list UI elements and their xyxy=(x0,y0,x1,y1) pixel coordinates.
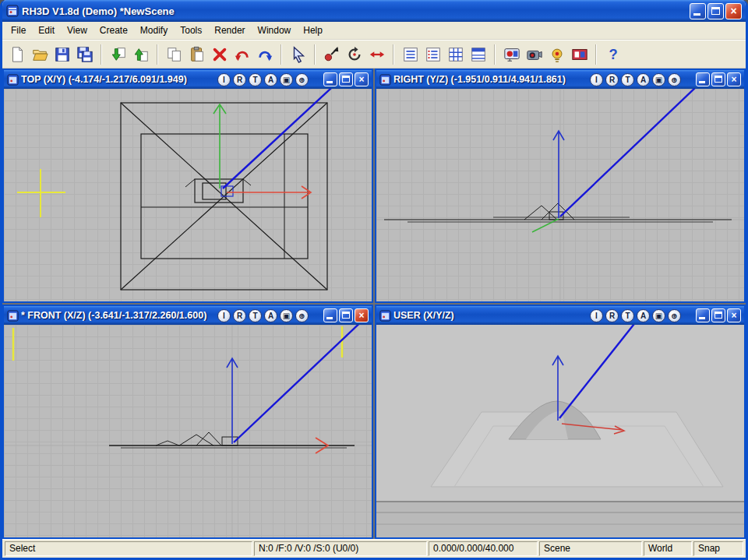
viewport-textured-button[interactable]: T xyxy=(249,309,262,322)
viewport-icon xyxy=(7,74,19,86)
viewport-titlebar-user[interactable]: USER (X/Y/Z) IRTA▣⊕ × xyxy=(376,306,744,325)
viewport-canvas-front[interactable] xyxy=(4,325,372,537)
viewport-window-user: USER (X/Y/Z) IRTA▣⊕ × xyxy=(375,305,746,539)
viewport-center-view-button[interactable]: ⊕ xyxy=(295,309,309,322)
viewport-redraw-button[interactable]: R xyxy=(233,73,246,86)
viewport-textured-button[interactable]: T xyxy=(621,73,634,86)
viewport-titlebar-front[interactable]: * FRONT (X/Z) (-3.641/-1.317/2.260/1.600… xyxy=(4,306,372,325)
toolbar-select-button[interactable] xyxy=(287,44,309,66)
minimize-button[interactable] xyxy=(690,3,706,19)
viewport-solid-view-button[interactable]: ▣ xyxy=(652,73,665,86)
toolbar-separator xyxy=(157,44,158,65)
viewport-center-view-button[interactable]: ⊕ xyxy=(295,73,309,86)
new-icon xyxy=(9,46,26,63)
menu-view[interactable]: View xyxy=(61,23,94,38)
render-settings-icon xyxy=(549,46,566,63)
viewport-textured-button[interactable]: T xyxy=(249,73,262,86)
menu-render[interactable]: Render xyxy=(208,23,251,38)
toolbar-export-button[interactable] xyxy=(129,44,152,66)
viewport-animate-button[interactable]: A xyxy=(264,309,277,322)
status-snap: Snap xyxy=(693,541,743,556)
viewport-solid-view-button[interactable]: ▣ xyxy=(652,309,665,322)
viewport-close-button[interactable]: × xyxy=(355,72,369,86)
viewport-maximize-button[interactable] xyxy=(711,308,725,322)
toolbar-delete-button[interactable] xyxy=(208,44,231,66)
viewport-solid-view-button[interactable]: ▣ xyxy=(280,73,293,86)
viewport-title-top: TOP (X/Y) (-4.174/-1.217/6.091/1.949) xyxy=(21,74,215,85)
toolbar-save-scene-button[interactable] xyxy=(51,44,73,66)
viewport-close-button[interactable]: × xyxy=(727,308,741,322)
toolbar-new-scene-button[interactable] xyxy=(5,44,28,66)
viewport-redraw-button[interactable]: R xyxy=(605,73,619,86)
status-scene: Scene xyxy=(539,541,642,556)
viewport-animate-button[interactable]: A xyxy=(264,73,277,86)
menu-help[interactable]: Help xyxy=(297,23,329,38)
menubar: FileEditViewCreateModifyToolsRenderWindo… xyxy=(2,22,746,40)
toolbar-move-button[interactable] xyxy=(320,44,343,66)
toolbar-rotate-button[interactable] xyxy=(343,44,365,66)
render-scene-icon xyxy=(503,46,520,63)
toolbar-paste-button[interactable] xyxy=(185,44,208,66)
menu-create[interactable]: Create xyxy=(94,23,134,38)
toolbar-mirror-button[interactable] xyxy=(365,44,388,66)
viewport-solid-view-button[interactable]: ▣ xyxy=(280,309,293,322)
viewport-close-button[interactable]: × xyxy=(727,72,741,86)
viewport-interactive-button[interactable]: I xyxy=(590,73,603,86)
toolbar-open-scene-button[interactable] xyxy=(28,44,51,66)
viewport-maximize-button[interactable] xyxy=(339,308,353,322)
toolbar-vertex-list-button[interactable] xyxy=(422,44,444,66)
viewport-canvas-right[interactable] xyxy=(376,89,744,301)
svg-text:?: ? xyxy=(609,46,617,62)
toolbar-redo-button[interactable] xyxy=(253,44,276,66)
viewport-minimize-button[interactable] xyxy=(323,308,337,322)
viewport-minimize-button[interactable] xyxy=(696,308,710,322)
toolbar-render-animation-button[interactable] xyxy=(568,44,591,66)
toolbar-import-button[interactable] xyxy=(107,44,129,66)
toolbar-face-list-button[interactable] xyxy=(444,44,467,66)
maximize-button[interactable] xyxy=(707,3,724,19)
viewport-redraw-button[interactable]: R xyxy=(233,309,246,322)
toolbar-render-view-button[interactable] xyxy=(523,44,545,66)
viewport-titlebar-right[interactable]: RIGHT (Y/Z) (-1.951/0.911/4.941/1.861) I… xyxy=(376,70,744,89)
menu-edit[interactable]: Edit xyxy=(32,23,61,38)
window-title: RH3D V1.8d (Demo) *NewScene xyxy=(22,5,686,17)
toolbar-render-settings-button[interactable] xyxy=(545,44,568,66)
statusbar: SelectN:0 /F:0 /V:0 /S:0 (U0/0)0.000/0.0… xyxy=(2,539,746,558)
viewport-icon xyxy=(7,310,19,322)
menu-tools[interactable]: Tools xyxy=(174,23,208,38)
menu-file[interactable]: File xyxy=(5,23,32,38)
titlebar[interactable]: RH3D V1.8d (Demo) *NewScene × xyxy=(2,0,746,22)
close-button[interactable]: × xyxy=(725,3,742,19)
viewport-interactive-button[interactable]: I xyxy=(217,309,231,322)
viewport-interactive-button[interactable]: I xyxy=(590,309,603,322)
viewport-canvas-top[interactable] xyxy=(4,89,372,301)
front-scene-wireframe xyxy=(4,325,372,537)
viewport-canvas-user[interactable] xyxy=(376,325,744,537)
viewport-interactive-button[interactable]: I xyxy=(217,73,231,86)
menu-window[interactable]: Window xyxy=(252,23,298,38)
list-bullets-icon xyxy=(425,46,442,63)
viewport-center-view-button[interactable]: ⊕ xyxy=(668,73,681,86)
viewport-maximize-button[interactable] xyxy=(339,72,353,86)
menu-modify[interactable]: Modify xyxy=(134,23,174,38)
toolbar-object-list-button[interactable] xyxy=(399,44,422,66)
toolbar: ? xyxy=(2,40,746,69)
user-scene-shaded xyxy=(376,325,744,537)
toolbar-copy-button[interactable] xyxy=(163,44,185,66)
viewport-close-button[interactable]: × xyxy=(355,308,369,322)
toolbar-render-scene-button[interactable] xyxy=(500,44,523,66)
toolbar-help-button[interactable]: ? xyxy=(602,44,624,66)
viewport-animate-button[interactable]: A xyxy=(637,309,650,322)
viewport-minimize-button[interactable] xyxy=(323,72,337,86)
viewport-maximize-button[interactable] xyxy=(711,72,725,86)
toolbar-group-list-button[interactable] xyxy=(467,44,489,66)
viewport-textured-button[interactable]: T xyxy=(621,309,634,322)
viewport-center-view-button[interactable]: ⊕ xyxy=(668,309,681,322)
toolbar-save-scene-as-button[interactable] xyxy=(73,44,96,66)
viewport-redraw-button[interactable]: R xyxy=(605,309,619,322)
save-icon xyxy=(54,46,71,63)
viewport-animate-button[interactable]: A xyxy=(637,73,650,86)
toolbar-undo-button[interactable] xyxy=(231,44,253,66)
viewport-minimize-button[interactable] xyxy=(696,72,710,86)
viewport-titlebar-top[interactable]: TOP (X/Y) (-4.174/-1.217/6.091/1.949) IR… xyxy=(4,70,372,89)
